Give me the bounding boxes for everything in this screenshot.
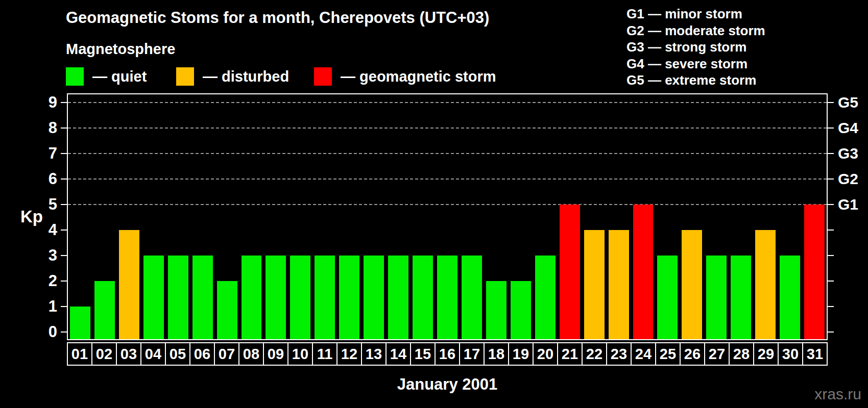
bar-day-26 — [682, 230, 702, 339]
bar-day-29 — [755, 230, 776, 339]
day-label-15: 15 — [410, 343, 435, 365]
y-tick-label-7: 7 — [19, 144, 57, 163]
g-scale-legend: G1 — minor stormG2 — moderate stormG3 — … — [626, 6, 765, 89]
bar-day-21 — [560, 205, 580, 339]
day-label-14: 14 — [385, 343, 410, 365]
bar-day-22 — [584, 230, 605, 339]
watermark: xras.ru — [814, 386, 861, 403]
day-label-16: 16 — [435, 343, 459, 365]
g-legend-line-5: G5 — extreme storm — [626, 72, 765, 89]
bar-day-24 — [633, 205, 654, 339]
g-legend-line-4: G4 — severe storm — [626, 56, 765, 72]
bar-day-27 — [706, 256, 727, 339]
day-label-24: 24 — [631, 343, 655, 365]
legend-label-quiet: — quiet — [92, 68, 147, 85]
day-label-18: 18 — [484, 343, 508, 365]
g-axis-label-g2: G2 — [838, 169, 858, 189]
y-tick-right-6 — [828, 178, 834, 180]
y-tick-left-8 — [61, 128, 67, 129]
bar-day-30 — [780, 256, 800, 339]
y-tick-left-7 — [61, 153, 67, 154]
bar-day-01 — [70, 307, 90, 339]
y-tick-left-3 — [61, 255, 67, 256]
bar-day-14 — [388, 256, 408, 339]
g-axis-label-g3: G3 — [838, 144, 858, 163]
legend-item-quiet: — quiet — [66, 66, 147, 87]
y-tick-left-4 — [61, 230, 67, 231]
legend-label-disturbed: — disturbed — [203, 68, 289, 85]
day-label-04: 04 — [140, 343, 165, 365]
x-axis-title: January 2001 — [67, 375, 828, 394]
bar-day-04 — [143, 256, 164, 339]
bar-day-17 — [462, 256, 482, 339]
y-tick-right-4 — [828, 230, 834, 231]
day-label-19: 19 — [508, 343, 533, 365]
bar-day-07 — [217, 281, 237, 339]
y-tick-label-1: 1 — [19, 297, 57, 316]
bar-day-02 — [94, 281, 115, 339]
day-label-06: 06 — [189, 343, 214, 365]
day-label-23: 23 — [606, 343, 631, 365]
y-tick-label-3: 3 — [19, 246, 57, 265]
g-axis-label-g5: G5 — [838, 93, 858, 112]
plot-inner — [68, 94, 827, 339]
y-tick-label-2: 2 — [19, 271, 57, 291]
y-tick-label-0: 0 — [19, 322, 57, 342]
day-label-31: 31 — [802, 343, 827, 365]
legend-label-storm: — geomagnetic storm — [341, 68, 496, 85]
y-tick-label-8: 8 — [19, 118, 57, 138]
bar-day-11 — [315, 256, 335, 339]
gridline-kp-9 — [68, 102, 827, 103]
y-tick-right-3 — [828, 255, 834, 256]
quiet-swatch-icon — [66, 67, 84, 86]
day-label-01: 01 — [68, 343, 91, 365]
y-tick-left-5 — [61, 204, 67, 205]
bar-day-28 — [731, 256, 751, 339]
bar-day-08 — [242, 256, 262, 339]
y-tick-right-7 — [828, 153, 834, 154]
gridline-kp-7 — [68, 153, 827, 154]
bar-day-12 — [339, 256, 359, 339]
bar-day-18 — [486, 281, 507, 339]
legend-item-storm: — geomagnetic storm — [314, 66, 496, 87]
g-axis-label-g4: G4 — [838, 118, 858, 138]
day-label-10: 10 — [287, 343, 312, 365]
day-label-21: 21 — [557, 343, 582, 365]
storm-swatch-icon — [314, 67, 332, 86]
y-tick-left-0 — [61, 332, 67, 333]
y-tick-right-9 — [828, 102, 834, 103]
bar-day-03 — [119, 230, 139, 339]
day-label-05: 05 — [165, 343, 189, 365]
day-label-20: 20 — [533, 343, 557, 365]
day-label-27: 27 — [704, 343, 729, 365]
bar-day-05 — [168, 256, 188, 339]
bar-day-31 — [804, 205, 825, 339]
day-label-25: 25 — [655, 343, 680, 365]
y-tick-right-0 — [828, 332, 834, 333]
bar-day-13 — [364, 256, 384, 339]
y-tick-label-9: 9 — [19, 93, 57, 112]
magnetosphere-legend-heading: Magnetosphere — [66, 41, 175, 58]
day-label-02: 02 — [91, 343, 116, 365]
day-label-28: 28 — [729, 343, 753, 365]
y-tick-label-5: 5 — [19, 195, 57, 214]
day-label-29: 29 — [753, 343, 778, 365]
y-tick-left-1 — [61, 306, 67, 307]
gridline-kp-6 — [68, 178, 827, 180]
day-label-13: 13 — [361, 343, 385, 365]
bar-day-23 — [609, 230, 629, 339]
day-label-11: 11 — [312, 343, 336, 365]
plot-area — [67, 93, 828, 340]
bar-day-19 — [511, 281, 531, 339]
day-label-03: 03 — [116, 343, 140, 365]
day-label-09: 09 — [263, 343, 287, 365]
x-axis-day-strip: 0102030405060708091011121314151617181920… — [67, 342, 828, 366]
chart-title: Geomagnetic Stoms for a month, Cherepove… — [66, 9, 489, 27]
y-tick-left-2 — [61, 280, 67, 282]
day-label-12: 12 — [336, 343, 361, 365]
y-tick-label-6: 6 — [19, 169, 57, 189]
day-label-22: 22 — [582, 343, 606, 365]
y-tick-right-2 — [828, 280, 834, 282]
day-label-17: 17 — [459, 343, 484, 365]
bar-day-16 — [437, 256, 457, 339]
